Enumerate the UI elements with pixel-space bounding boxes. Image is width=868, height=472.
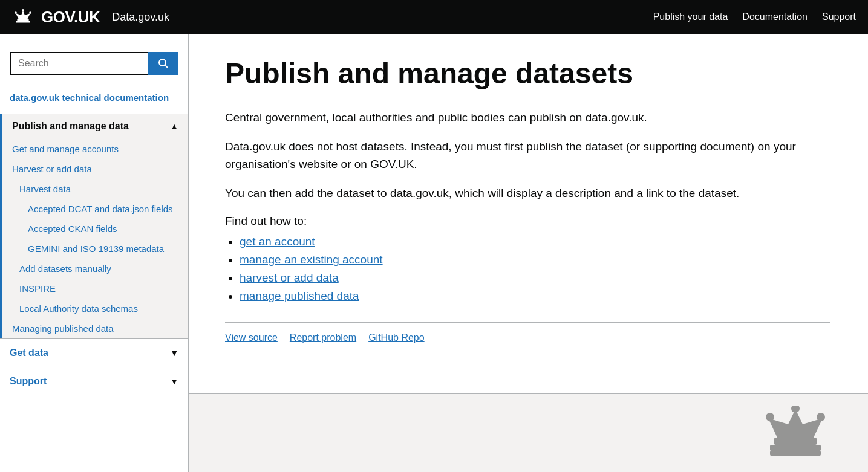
sidebar-section-label: Publish and manage data <box>12 121 129 132</box>
svg-rect-1 <box>16 21 30 23</box>
sidebar-get-data-section: Get data ▼ <box>0 338 188 367</box>
list-item-2: manage an existing account <box>240 253 830 267</box>
search-button[interactable] <box>148 52 178 75</box>
svg-point-11 <box>817 413 825 421</box>
chevron-down-icon-get: ▼ <box>170 348 178 358</box>
svg-rect-0 <box>17 19 28 21</box>
links-list: get an account manage an existing accoun… <box>225 235 830 303</box>
list-item-1: get an account <box>240 235 830 248</box>
svg-point-10 <box>766 413 774 421</box>
sidebar-item-harvest-data[interactable]: Harvest data <box>2 179 188 199</box>
sidebar-item-local-authority[interactable]: Local Authority data schemas <box>2 299 188 318</box>
nav-publish[interactable]: Publish your data <box>653 11 728 22</box>
header-left: GOV.UK Data.gov.uk <box>12 6 169 28</box>
sidebar-item-dcat[interactable]: Accepted DCAT and data.json fields <box>2 199 188 219</box>
sidebar-get-data-label: Get data <box>10 348 48 358</box>
view-source-link[interactable]: View source <box>225 332 278 343</box>
svg-point-3 <box>29 11 31 14</box>
sidebar-logo-link[interactable]: data.gov.uk technical documentation <box>0 87 188 114</box>
svg-rect-7 <box>774 438 817 445</box>
gov-uk-logo: GOV.UK <box>41 8 100 27</box>
page-title: Publish and manage datasets <box>225 58 830 90</box>
sidebar-item-gemini[interactable]: GEMINI and ISO 19139 metadata <box>2 239 188 259</box>
paragraph-2: Data.gov.uk does not host datasets. Inst… <box>225 138 830 173</box>
svg-point-4 <box>22 9 24 11</box>
paragraph-1: Central government, local authorities an… <box>225 109 830 127</box>
chevron-up-icon: ▲ <box>170 121 178 131</box>
sidebar-support-header[interactable]: Support ▼ <box>0 367 188 395</box>
link-manage-published[interactable]: manage published data <box>240 289 359 302</box>
page-wrapper: data.gov.uk technical documentation Publ… <box>0 34 868 472</box>
chevron-down-icon-support: ▼ <box>170 377 178 386</box>
list-item-3: harvest or add data <box>240 271 830 285</box>
site-name: Data.gov.uk <box>112 11 169 24</box>
svg-rect-9 <box>770 451 821 456</box>
github-repo-link[interactable]: GitHub Repo <box>368 332 425 343</box>
link-harvest[interactable]: harvest or add data <box>240 271 339 284</box>
header-nav: Publish your data Documentation Support <box>653 11 856 22</box>
svg-line-6 <box>165 65 168 68</box>
sidebar-item-harvest[interactable]: Harvest or add data <box>2 159 188 179</box>
report-problem-link[interactable]: Report problem <box>290 332 356 343</box>
sidebar-support-label: Support <box>10 376 47 387</box>
search-icon <box>158 58 169 69</box>
sidebar-active-section: Publish and manage data ▲ Get and manage… <box>0 114 188 338</box>
list-item-4: manage published data <box>240 289 830 303</box>
sidebar-item-inspire[interactable]: INSPIRE <box>2 279 188 299</box>
link-get-account[interactable]: get an account <box>240 235 315 248</box>
main-column: Publish and manage datasets Central gove… <box>189 34 868 472</box>
crown-icon <box>12 6 34 28</box>
search-container <box>0 46 188 87</box>
nav-documentation[interactable]: Documentation <box>742 11 808 22</box>
sidebar-item-add-manually[interactable]: Add datasets manually <box>2 259 188 279</box>
site-header: GOV.UK Data.gov.uk Publish your data Doc… <box>0 0 868 34</box>
sidebar-support-section: Support ▼ <box>0 367 188 395</box>
sidebar-item-managing[interactable]: Managing published data <box>2 318 188 338</box>
search-input[interactable] <box>10 52 148 75</box>
sidebar-section-header[interactable]: Publish and manage data ▲ <box>2 114 188 139</box>
link-manage-account[interactable]: manage an existing account <box>240 253 383 266</box>
content-footer-links: View source Report problem GitHub Repo <box>225 322 830 343</box>
paragraph-3: You can then add the dataset to data.gov… <box>225 185 830 202</box>
page-footer <box>189 393 868 472</box>
svg-rect-8 <box>770 445 821 451</box>
nav-support[interactable]: Support <box>822 11 856 22</box>
footer-crown-icon <box>759 406 832 461</box>
sidebar-item-ckan[interactable]: Accepted CKAN fields <box>2 219 188 239</box>
svg-point-2 <box>15 11 17 14</box>
svg-point-12 <box>791 406 800 413</box>
sidebar-get-data-header[interactable]: Get data ▼ <box>0 339 188 367</box>
sidebar-item-accounts[interactable]: Get and manage accounts <box>2 139 188 159</box>
find-out-label: Find out how to: <box>225 215 830 228</box>
main-content: Publish and manage datasets Central gove… <box>189 34 866 393</box>
sidebar: data.gov.uk technical documentation Publ… <box>0 34 189 472</box>
